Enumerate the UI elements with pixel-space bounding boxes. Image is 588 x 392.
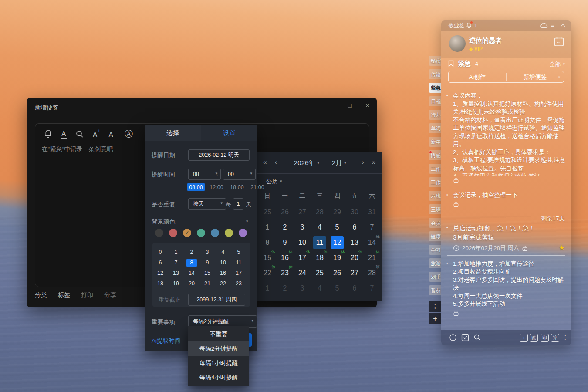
- dropdown-option[interactable]: 每隔1小时提醒: [188, 356, 249, 370]
- repeat-end-input[interactable]: 2099-12-31 周四: [188, 294, 245, 306]
- calendar-day-29[interactable]: 29: [328, 204, 346, 220]
- calendar-day-4[interactable]: 4: [311, 220, 328, 235]
- calculator-box[interactable]: 算: [551, 334, 559, 342]
- calendar-day-31[interactable]: 31: [363, 204, 381, 220]
- sidebar-tab-工作[interactable]: 工作: [429, 164, 441, 174]
- editor-action-打印[interactable]: 打印: [81, 291, 93, 299]
- todo-check-icon[interactable]: [461, 334, 469, 341]
- hour-cell-21[interactable]: 21: [199, 278, 215, 289]
- cloud-sync-icon[interactable]: [540, 22, 548, 29]
- hour-cell-5[interactable]: 5: [231, 247, 247, 257]
- underline-font-icon[interactable]: A: [61, 129, 67, 139]
- hour-select[interactable]: 08▾: [188, 169, 221, 180]
- note-item[interactable]: 剩余17天•总店活动视频，急！急！急！3月前完成剪辑2026年02月28日 周六…: [441, 211, 571, 252]
- hour-cell-10[interactable]: 10: [215, 257, 231, 268]
- notification-bell-icon[interactable]: [466, 22, 472, 29]
- color-swatch[interactable]: [197, 229, 205, 237]
- calendar-day-26[interactable]: 26: [328, 265, 346, 280]
- sidebar-tab-新年[interactable]: 新年: [429, 137, 441, 147]
- next-month-icon[interactable]: ›: [362, 158, 364, 167]
- calendar-day-8[interactable]: 8: [259, 235, 276, 250]
- calendar-day-20[interactable]: 20休: [346, 250, 363, 265]
- sidebar-tab-学习[interactable]: 学习: [429, 245, 441, 255]
- sidebar-tab-健康[interactable]: 健康: [429, 231, 441, 241]
- every-value-input[interactable]: 1: [233, 198, 243, 210]
- hour-cell-14[interactable]: 14: [184, 268, 199, 278]
- filter-all-dropdown[interactable]: 全部▾: [549, 61, 565, 68]
- sidebar-tab-旅游[interactable]: 旅游: [429, 258, 441, 268]
- font-decrease-icon[interactable]: A−: [108, 128, 116, 140]
- menu-icon[interactable]: ≡: [551, 23, 554, 30]
- calendar-day-25[interactable]: 25: [259, 204, 276, 220]
- hour-cell-15[interactable]: 15: [199, 268, 215, 278]
- bell-reminder-icon[interactable]: [44, 129, 52, 139]
- calendar-day-17[interactable]: 17休: [294, 250, 311, 265]
- calendar-day-4[interactable]: 4: [311, 280, 328, 296]
- editor-action-分享[interactable]: 分享: [104, 291, 116, 299]
- calendar-day-28[interactable]: 28: [311, 204, 328, 220]
- tab-select[interactable]: 选择: [145, 125, 201, 141]
- close-button[interactable]: ×: [365, 101, 371, 109]
- minimize-button[interactable]: –: [329, 101, 335, 109]
- prev-year-icon[interactable]: «: [263, 158, 267, 167]
- caret-down-icon[interactable]: ▾: [246, 219, 248, 223]
- calendar-day-1[interactable]: 1: [259, 280, 276, 296]
- avatar[interactable]: [449, 35, 466, 52]
- calendar-day-5[interactable]: 5: [328, 280, 346, 296]
- hour-cell-4[interactable]: 4: [215, 247, 231, 257]
- note-item[interactable]: •1.增加地推力度，增加宣传途径2.项目收益要稳步向前3.对老客户多多回访，提出…: [441, 256, 571, 317]
- sidebar-tab-紧急[interactable]: 紧急: [429, 83, 441, 93]
- color-swatch[interactable]: [169, 229, 177, 237]
- dropdown-option[interactable]: 每隔4小时提醒: [188, 370, 249, 385]
- calendar-day-16[interactable]: 16休: [276, 250, 294, 265]
- calendar-day-24[interactable]: 24: [294, 265, 311, 280]
- hour-cell-20[interactable]: 20: [184, 278, 199, 289]
- sidebar-tab-六班[interactable]: 六班: [429, 191, 441, 201]
- sidebar-tab-三班[interactable]: 三班: [429, 204, 441, 214]
- hour-cell-11[interactable]: 11: [231, 257, 247, 268]
- calendar-day-23[interactable]: 23休: [276, 265, 294, 280]
- hour-cell-7[interactable]: 7: [168, 257, 184, 268]
- calendar-day-7[interactable]: 7: [363, 280, 381, 296]
- calendar-day-14[interactable]: 14班: [363, 235, 381, 250]
- calendar-day-1[interactable]: 1: [259, 220, 276, 235]
- year-selector[interactable]: 2026年▾: [294, 159, 319, 167]
- calendar-day-5[interactable]: 5: [328, 220, 346, 235]
- calendar-day-12[interactable]: 12: [328, 235, 346, 250]
- font-reset-icon[interactable]: Ⓐ: [125, 129, 133, 139]
- calendar-day-22[interactable]: 22休: [259, 265, 276, 280]
- hour-cell-3[interactable]: 3: [199, 247, 215, 257]
- tab-more-button[interactable]: ⋮: [429, 301, 441, 312]
- search-icon[interactable]: [75, 130, 84, 139]
- remind-date-input[interactable]: 2026-02-12 明天: [188, 149, 250, 161]
- dropdown-option[interactable]: 每隔2分钟提醒: [188, 341, 249, 356]
- collapse-chevron-icon[interactable]: [560, 24, 566, 27]
- calendar-day-2[interactable]: 2: [276, 280, 294, 296]
- sidebar-tab-剁手[interactable]: 剁手: [429, 272, 441, 282]
- hour-cell-13[interactable]: 13: [168, 268, 184, 278]
- sidebar-tab-传输[interactable]: 传输: [429, 69, 441, 79]
- prev-month-icon[interactable]: ‹: [275, 158, 277, 167]
- hour-cell-1[interactable]: 1: [168, 247, 184, 257]
- hour-cell-12[interactable]: 12: [152, 268, 168, 278]
- calendar-day-28[interactable]: 28班: [363, 265, 381, 280]
- sidebar-tab-待办[interactable]: 待办: [429, 110, 441, 120]
- star-icon[interactable]: ★: [559, 243, 565, 252]
- minute-select[interactable]: 00▾: [223, 169, 256, 180]
- calendar-day-27[interactable]: 27: [294, 204, 311, 220]
- calendar-day-11[interactable]: 11: [311, 235, 328, 250]
- calendar-day-6[interactable]: 6: [346, 280, 363, 296]
- calendar-day-21[interactable]: 21休: [363, 250, 381, 265]
- calendar-day-18[interactable]: 18休: [311, 250, 328, 265]
- calendar-day-27[interactable]: 27: [346, 265, 363, 280]
- calendar-day-19[interactable]: 19休: [328, 250, 346, 265]
- hour-cell-16[interactable]: 16: [215, 268, 231, 278]
- calendar-type-selector[interactable]: 公历▾: [266, 178, 282, 186]
- hour-cell-9[interactable]: 9: [199, 257, 215, 268]
- hour-cell-2[interactable]: 2: [184, 247, 199, 257]
- ai-extract-time-link[interactable]: Ai提取时间: [152, 337, 180, 345]
- clock-icon[interactable]: [449, 334, 457, 341]
- new-note-button[interactable]: 新增便签▾: [507, 71, 564, 82]
- hour-cell-17[interactable]: 17: [231, 268, 247, 278]
- calendar-day-10[interactable]: 10: [294, 235, 311, 250]
